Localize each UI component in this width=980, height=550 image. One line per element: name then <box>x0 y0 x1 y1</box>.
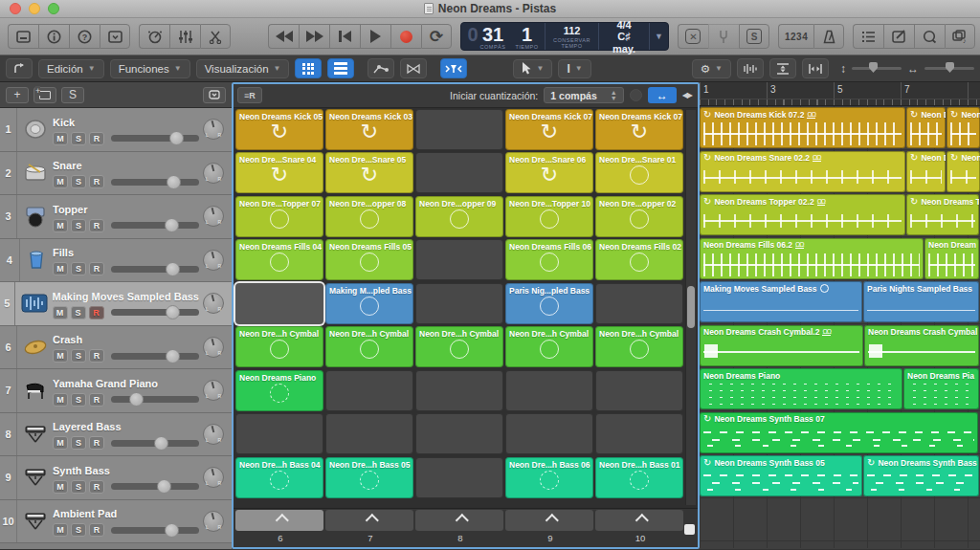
track-name[interactable]: Synth Bass <box>53 466 199 476</box>
tuner-button[interactable] <box>708 24 739 49</box>
go-to-beginning-button[interactable] <box>329 24 360 49</box>
record-enable-button[interactable]: R <box>89 175 104 188</box>
volume-slider[interactable] <box>111 135 199 142</box>
region[interactable]: Paris Nights Sampled Bass <box>863 281 979 322</box>
grid-row-mode-button[interactable]: ≡R <box>237 87 262 103</box>
loop-cell[interactable]: Neon Dre...Topper 10 <box>505 196 593 237</box>
pan-knob[interactable]: LR <box>203 119 224 140</box>
volume-slider[interactable] <box>111 179 199 186</box>
volume-slider[interactable] <box>111 440 199 447</box>
record-enable-button[interactable]: R <box>89 306 104 319</box>
lcd-display[interactable]: 0 31COMPÁS 1TIEMPO 112 CONSERVAR TEMPO 4… <box>460 22 669 51</box>
add-track-button[interactable]: + <box>6 87 29 103</box>
scene-trigger-button[interactable] <box>325 510 413 531</box>
mute-button[interactable]: M <box>53 436 68 450</box>
scene-trigger-button[interactable] <box>595 510 683 531</box>
loop-cell[interactable]: Neon Dreams Fills 05 <box>325 239 413 280</box>
vertical-auto-zoom-button[interactable] <box>769 58 796 78</box>
pan-knob[interactable]: LR <box>203 337 224 358</box>
empty-cell-slot[interactable] <box>415 152 503 193</box>
forward-button[interactable] <box>299 24 329 49</box>
volume-slider-thumb[interactable] <box>166 262 180 276</box>
volume-slider[interactable] <box>111 396 199 403</box>
scrollbar-thumb[interactable] <box>687 286 695 328</box>
scissors-tool-button[interactable] <box>200 24 231 49</box>
menu-functions[interactable]: Funciones▼ <box>110 59 190 78</box>
master-solo-button[interactable]: S <box>739 24 769 49</box>
region[interactable]: Neon Dreams Fills 06.2 <box>700 238 924 279</box>
empty-cell-slot[interactable] <box>505 413 593 454</box>
media-browser-button[interactable]: ♪ <box>945 24 975 49</box>
quick-help-button[interactable]: ? <box>69 24 100 49</box>
loop-cell[interactable]: Neon Dre...opper 02 <box>595 196 683 237</box>
menu-edit[interactable]: Edición▼ <box>38 59 104 78</box>
loop-cell[interactable]: Neon Dre...Snare 05 <box>325 152 413 193</box>
loop-cell[interactable]: Neon Dre...h Bass 01 <box>595 457 683 498</box>
empty-cell-slot[interactable] <box>235 413 323 454</box>
volume-slider-thumb[interactable] <box>167 175 181 189</box>
vertical-zoom-slider[interactable] <box>852 67 902 70</box>
solo-button[interactable]: S <box>71 349 86 363</box>
pan-knob[interactable]: LR <box>203 293 224 314</box>
group-solo-button[interactable]: S <box>61 87 84 103</box>
empty-cell-slot[interactable] <box>505 370 593 411</box>
region[interactable]: Neon <box>947 107 980 148</box>
track-header-row[interactable]: 5Making Moves Sampled BassMSRLR <box>0 282 232 326</box>
record-enable-button[interactable]: R <box>89 393 104 407</box>
loop-cell[interactable]: Neon Dreams Kick 07 <box>505 109 593 150</box>
region[interactable]: Neon <box>947 151 980 192</box>
pan-knob[interactable]: LR <box>203 424 224 445</box>
quantize-select[interactable]: 1 compás▲▼ <box>544 87 623 103</box>
volume-slider[interactable] <box>111 266 199 273</box>
volume-slider[interactable] <box>111 222 199 229</box>
empty-cell-slot[interactable] <box>415 283 503 324</box>
automation-button[interactable] <box>368 58 394 78</box>
loop-cell[interactable]: Neon Dre...Topper 07 <box>235 196 323 237</box>
empty-cell-slot[interactable] <box>415 109 503 150</box>
region[interactable]: Neon Dreams Crash Cymbal <box>864 325 979 366</box>
loop-cell[interactable]: Neon Dre...Snare 04 <box>235 152 323 193</box>
region[interactable]: Neon D <box>906 151 946 192</box>
catch-playhead-button[interactable] <box>440 58 467 78</box>
toolbar-toggle-button[interactable] <box>100 24 130 49</box>
loop-cell[interactable]: Neon Dre...h Bass 04 <box>235 457 323 498</box>
mute-button[interactable]: M <box>53 306 68 319</box>
track-header-row[interactable]: 10Ambient PadMSRLR <box>0 500 232 544</box>
volume-slider-thumb[interactable] <box>154 436 168 451</box>
divider-toggle-button[interactable]: ◀▶ <box>682 91 692 99</box>
loop-cell[interactable]: Neon Dre...opper 08 <box>325 196 413 237</box>
lcd-options-chevron[interactable]: ▼ <box>650 23 668 50</box>
record-enable-button[interactable]: R <box>89 349 104 363</box>
loop-browser-button[interactable] <box>914 24 945 49</box>
note-pads-button[interactable] <box>883 24 914 49</box>
track-header-row[interactable]: 9Synth BassMSRLR <box>0 456 232 500</box>
record-enable-button[interactable]: R <box>89 436 104 450</box>
header-options-button[interactable] <box>203 87 226 103</box>
track-name[interactable]: Topper <box>53 205 199 215</box>
low-latency-button[interactable] <box>6 58 33 78</box>
solo-button[interactable]: S <box>71 393 86 407</box>
region[interactable]: Neon Dreams Crash Cymbal.2 <box>700 325 863 366</box>
metronome-button[interactable] <box>813 24 844 49</box>
flex-button[interactable] <box>400 58 427 78</box>
region[interactable]: Neon Dreams Synth Bass <box>863 455 979 496</box>
record-button[interactable] <box>390 24 421 49</box>
rewind-button[interactable] <box>268 24 299 49</box>
no-overlap-button[interactable]: ✕ <box>678 24 708 49</box>
volume-slider-thumb[interactable] <box>169 131 184 145</box>
pan-knob[interactable]: LR <box>203 250 224 271</box>
loop-cell[interactable]: Neon Dreams Fills 02 <box>595 239 683 280</box>
live-loops-grid-toggle[interactable] <box>295 58 322 78</box>
mixer-button[interactable] <box>169 24 200 49</box>
loop-cell[interactable]: Neon Dre...h Bass 05 <box>325 457 413 498</box>
grid-vertical-scrollbar[interactable] <box>685 110 696 505</box>
volume-slider[interactable] <box>111 483 199 490</box>
loop-cell[interactable]: Neon Dre...h Cymbal <box>415 326 503 367</box>
scene-trigger-button[interactable] <box>415 510 503 531</box>
volume-slider[interactable] <box>111 527 199 534</box>
solo-button[interactable]: S <box>71 436 86 450</box>
region[interactable]: Neon Dreams T <box>906 194 979 235</box>
bar-ruler[interactable]: 1 3 5 7 <box>700 82 980 106</box>
mute-button[interactable]: M <box>53 175 68 188</box>
region[interactable]: Neon Dreams Pia <box>903 368 979 409</box>
